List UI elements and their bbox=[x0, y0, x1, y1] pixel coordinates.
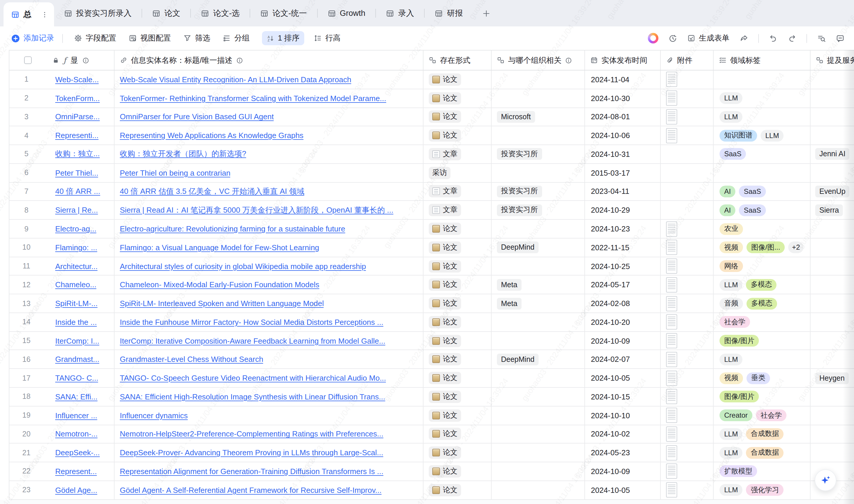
cell-org[interactable] bbox=[492, 481, 585, 499]
cell-attachment[interactable] bbox=[661, 201, 714, 219]
primary-link[interactable]: Inside the ... bbox=[55, 318, 97, 327]
cell-primary[interactable]: 17TANGO- C... bbox=[10, 369, 114, 388]
cell-attachment[interactable] bbox=[661, 71, 714, 89]
cell-mention[interactable]: Sierra bbox=[811, 201, 854, 219]
cell-tags[interactable]: LLM bbox=[714, 350, 811, 368]
cell-primary[interactable]: 11Architectur... bbox=[10, 257, 114, 275]
title-link[interactable]: Representing Web Applications As Knowled… bbox=[120, 131, 303, 140]
cell-tags[interactable]: Creator社会学 bbox=[714, 407, 811, 425]
primary-link[interactable]: Representi... bbox=[55, 131, 98, 140]
cell-attachment[interactable] bbox=[661, 145, 714, 163]
cell-title[interactable]: IterComp: Iterative Composition-Aware Fe… bbox=[114, 331, 423, 350]
attachment-thumbnail[interactable] bbox=[666, 314, 677, 330]
primary-link[interactable]: Architectur... bbox=[55, 262, 98, 270]
column-header-tags[interactable]: 领域标签 bbox=[714, 51, 811, 70]
cell-primary[interactable]: 3OmniParse... bbox=[10, 108, 114, 126]
cell-title[interactable]: Nemotron-HelpSteer2-Preference-Complemen… bbox=[114, 425, 423, 443]
cell-org[interactable]: DeepMind bbox=[492, 350, 585, 368]
cell-tags[interactable]: 知识图谱LLM bbox=[714, 127, 811, 145]
cell-attachment[interactable] bbox=[661, 238, 714, 257]
cell-date[interactable]: 2024-02-07 bbox=[585, 350, 661, 368]
cell-attachment[interactable] bbox=[661, 127, 714, 145]
title-link[interactable]: DeepSeek-Prover- Advancing Theorem Provi… bbox=[120, 448, 383, 457]
cell-attachment[interactable] bbox=[661, 89, 714, 108]
cell-attachment[interactable] bbox=[661, 350, 714, 368]
cell-form[interactable]: 论文 bbox=[423, 313, 492, 331]
primary-link[interactable]: Nemotron-... bbox=[55, 430, 98, 438]
cell-tags[interactable]: LLM bbox=[714, 89, 811, 108]
cell-primary[interactable]: 15IterComp: I... bbox=[10, 331, 114, 350]
attachment-thumbnail[interactable] bbox=[666, 482, 677, 498]
cell-org[interactable] bbox=[492, 462, 585, 481]
cell-tags[interactable]: 网络 bbox=[714, 257, 811, 275]
filter-button[interactable]: 筛选 bbox=[183, 33, 210, 43]
attachment-thumbnail[interactable] bbox=[666, 464, 677, 479]
view-config-button[interactable]: 视图配置 bbox=[129, 33, 171, 43]
cell-tags[interactable]: LLM bbox=[714, 108, 811, 126]
primary-link[interactable]: TokenForm... bbox=[55, 94, 100, 103]
cell-tags[interactable]: 扩散模型 bbox=[714, 462, 811, 481]
cell-title[interactable]: Sierra | Read AI：AI 笔记再拿 5000 万美金行业进入新阶段… bbox=[114, 201, 423, 219]
primary-link[interactable]: Flamingo: ... bbox=[55, 243, 97, 252]
cell-org[interactable]: 投资实习所 bbox=[492, 145, 585, 163]
cell-form[interactable]: 采访 bbox=[423, 164, 492, 182]
redo-icon[interactable] bbox=[788, 34, 796, 42]
attachment-thumbnail[interactable] bbox=[666, 221, 677, 236]
cell-form[interactable]: 论文 bbox=[423, 108, 492, 126]
primary-link[interactable]: 40 倍 ARR ... bbox=[55, 186, 100, 197]
cell-attachment[interactable] bbox=[661, 462, 714, 481]
cell-org[interactable] bbox=[492, 388, 585, 406]
cell-form[interactable]: 论文 bbox=[423, 425, 492, 443]
cell-tags[interactable]: 社会学 bbox=[714, 313, 811, 331]
cell-primary[interactable]: 13SpiRit-LM-... bbox=[10, 294, 114, 312]
cell-mention[interactable] bbox=[811, 127, 854, 145]
cell-date[interactable]: 2023-04-11 bbox=[585, 182, 661, 201]
cell-tags[interactable]: LLM强化学习 bbox=[714, 481, 811, 499]
cell-mention[interactable] bbox=[811, 313, 854, 331]
view-tab-5[interactable]: 论文-统一 bbox=[250, 0, 317, 26]
cell-mention[interactable]: Jenni AI bbox=[811, 145, 854, 163]
cell-attachment[interactable] bbox=[661, 220, 714, 238]
primary-link[interactable]: Grandmast... bbox=[55, 355, 99, 364]
cell-title[interactable]: Web-Scale Visual Entity Recognition- An … bbox=[114, 71, 423, 89]
row-height-button[interactable]: 行高 bbox=[314, 33, 341, 43]
attachment-thumbnail[interactable] bbox=[666, 333, 677, 348]
ai-assistant-button[interactable] bbox=[815, 469, 836, 491]
cell-title[interactable]: Grandmaster-Level Chess Without Search bbox=[114, 350, 423, 368]
primary-link[interactable]: Influencer ... bbox=[55, 411, 97, 420]
cell-tags[interactable]: 视频垂类 bbox=[714, 369, 811, 388]
attachment-thumbnail[interactable] bbox=[666, 277, 677, 292]
cell-primary[interactable]: 22Represent... bbox=[10, 462, 114, 481]
column-header-attachment[interactable]: 附件 bbox=[661, 51, 714, 70]
title-link[interactable]: Web-Scale Visual Entity Recognition- An … bbox=[120, 75, 351, 84]
cell-title[interactable]: Influencer dynamics bbox=[114, 407, 423, 425]
primary-link[interactable]: Gödel Age... bbox=[55, 486, 97, 494]
title-link[interactable]: Peter Thiel on being a contrarian bbox=[120, 168, 231, 177]
cell-form[interactable]: 论文 bbox=[423, 257, 492, 275]
group-button[interactable]: 分组 bbox=[223, 33, 250, 43]
attachment-thumbnail[interactable] bbox=[666, 109, 677, 125]
view-tab-2[interactable]: 投资实习所录入 bbox=[54, 0, 142, 26]
cell-date[interactable]: 2024-10-23 bbox=[585, 220, 661, 238]
cell-tags[interactable]: LLM合成数据 bbox=[714, 444, 811, 462]
cell-title[interactable]: TANGO- Co-Speech Gesture Video Reenactme… bbox=[114, 369, 423, 388]
cell-org[interactable]: Microsoft bbox=[492, 108, 585, 126]
cell-mention[interactable] bbox=[811, 425, 854, 443]
title-link[interactable]: TANGO- Co-Speech Gesture Video Reenactme… bbox=[120, 374, 386, 382]
cell-tags[interactable] bbox=[714, 71, 811, 89]
cell-tags[interactable]: LLM合成数据 bbox=[714, 425, 811, 443]
cell-org[interactable] bbox=[492, 127, 585, 145]
title-link[interactable]: Flamingo: a Visual Language Model for Fe… bbox=[120, 243, 319, 252]
cell-form[interactable]: 文章 bbox=[423, 201, 492, 219]
cell-primary[interactable]: 19Influencer ... bbox=[10, 407, 114, 425]
cell-org[interactable]: Meta bbox=[492, 276, 585, 294]
cell-attachment[interactable] bbox=[661, 257, 714, 275]
title-link[interactable]: 40 倍 ARR 估值 3.5 亿美金，VC 开始涌入垂直 AI 领域 bbox=[120, 186, 304, 197]
primary-link[interactable]: Web-Scale... bbox=[55, 75, 99, 84]
cell-tags[interactable]: AISaaS bbox=[714, 201, 811, 219]
column-header-form[interactable]: 存在形式 bbox=[423, 51, 492, 70]
cell-org[interactable] bbox=[492, 331, 585, 350]
attachment-thumbnail[interactable] bbox=[666, 240, 677, 255]
cell-date[interactable]: 2024-10-15 bbox=[585, 388, 661, 406]
cell-mention[interactable] bbox=[811, 71, 854, 89]
